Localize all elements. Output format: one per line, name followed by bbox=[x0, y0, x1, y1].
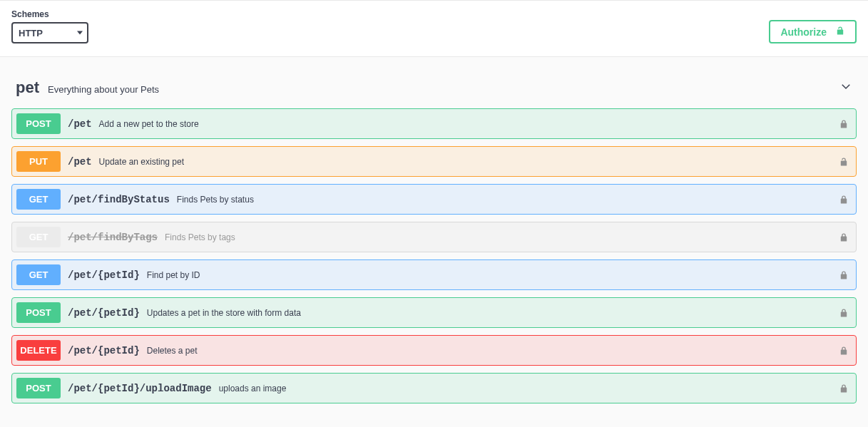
op-summary: Deletes a pet bbox=[147, 346, 198, 356]
op-path: /pet/{petId} bbox=[68, 307, 140, 319]
schemes-block: Schemes HTTP bbox=[11, 9, 88, 43]
op-path: /pet bbox=[68, 118, 92, 130]
tag-header-pet[interactable]: pet Everything about your Pets bbox=[11, 73, 857, 106]
op-path: /pet/findByStatus bbox=[68, 194, 170, 205]
lock-icon[interactable] bbox=[839, 269, 849, 281]
topbar: Schemes HTTP Authorize bbox=[0, 0, 868, 57]
op-summary: Update an existing pet bbox=[99, 157, 184, 167]
method-badge: DELETE bbox=[16, 340, 61, 361]
method-badge: GET bbox=[16, 264, 61, 285]
op-get-findbystatus[interactable]: GET /pet/findByStatus Finds Pets by stat… bbox=[11, 184, 857, 215]
op-path: /pet/{petId} bbox=[68, 345, 140, 356]
authorize-label: Authorize bbox=[780, 26, 827, 38]
method-badge: PUT bbox=[16, 151, 61, 172]
scheme-select-wrap: HTTP bbox=[11, 22, 88, 43]
tag-name: pet bbox=[16, 78, 39, 97]
op-summary: Add a new pet to the store bbox=[99, 119, 199, 129]
op-put-pet[interactable]: PUT /pet Update an existing pet bbox=[11, 146, 857, 177]
lock-icon[interactable] bbox=[839, 232, 849, 243]
lock-icon[interactable] bbox=[839, 383, 849, 394]
operations-list-pet: POST /pet Add a new pet to the store PUT… bbox=[11, 108, 857, 403]
op-summary: Finds Pets by tags bbox=[165, 232, 235, 242]
lock-icon[interactable] bbox=[839, 307, 849, 319]
lock-open-icon bbox=[835, 26, 845, 38]
op-path: /pet bbox=[68, 156, 92, 168]
method-badge: POST bbox=[16, 113, 61, 134]
lock-icon[interactable] bbox=[839, 118, 849, 130]
op-summary: Find pet by ID bbox=[147, 270, 200, 280]
op-summary: Updates a pet in the store with form dat… bbox=[147, 308, 301, 318]
chevron-down-icon bbox=[839, 80, 852, 96]
lock-icon[interactable] bbox=[839, 194, 849, 205]
op-delete-petid[interactable]: DELETE /pet/{petId} Deletes a pet bbox=[11, 335, 857, 366]
op-get-findbytags[interactable]: GET /pet/findByTags Finds Pets by tags bbox=[11, 222, 857, 252]
op-post-uploadimage[interactable]: POST /pet/{petId}/uploadImage uploads an… bbox=[11, 373, 857, 403]
authorize-button[interactable]: Authorize bbox=[769, 20, 857, 43]
method-badge: GET bbox=[16, 189, 61, 210]
main-container: pet Everything about your Pets POST /pet… bbox=[0, 57, 868, 427]
tag-header-store[interactable]: store Access to Petstore orders bbox=[11, 423, 857, 427]
op-summary: uploads an image bbox=[219, 384, 287, 393]
method-badge: POST bbox=[16, 378, 61, 398]
op-path: /pet/{petId}/uploadImage bbox=[68, 383, 212, 394]
method-badge: GET bbox=[16, 227, 61, 247]
method-badge: POST bbox=[16, 302, 61, 323]
op-post-petid[interactable]: POST /pet/{petId} Updates a pet in the s… bbox=[11, 297, 857, 328]
op-path: /pet/findByTags bbox=[68, 232, 158, 243]
op-path: /pet/{petId} bbox=[68, 269, 140, 281]
op-summary: Finds Pets by status bbox=[177, 195, 254, 205]
op-post-pet[interactable]: POST /pet Add a new pet to the store bbox=[11, 108, 857, 139]
schemes-label: Schemes bbox=[11, 9, 88, 19]
tag-description: Everything about your Pets bbox=[48, 84, 159, 95]
scheme-select[interactable]: HTTP bbox=[11, 22, 88, 43]
op-get-petid[interactable]: GET /pet/{petId} Find pet by ID bbox=[11, 259, 857, 290]
lock-icon[interactable] bbox=[839, 345, 849, 356]
lock-open-icon[interactable] bbox=[839, 156, 849, 168]
